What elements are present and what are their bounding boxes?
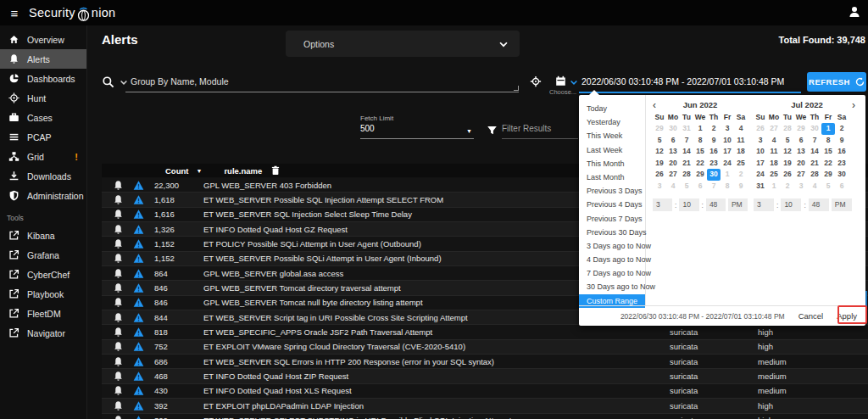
calendar-day[interactable]: 23 (835, 158, 849, 170)
count-cell[interactable]: 1,152 (154, 254, 203, 263)
calendar-day[interactable]: 31 (680, 123, 693, 135)
calendar-day[interactable]: 30 (835, 169, 849, 181)
calendar-day[interactable]: 28 (781, 123, 794, 135)
sidebar-item-alerts[interactable]: Alerts (0, 49, 86, 69)
calendar-day[interactable]: 8 (821, 135, 835, 147)
ack-bell-icon[interactable] (113, 312, 124, 323)
calendar-day[interactable]: 15 (821, 146, 835, 158)
calendar-day[interactable]: 21 (680, 158, 693, 170)
chevron-down-icon[interactable] (119, 77, 129, 87)
calendar-day[interactable]: 3 (653, 181, 666, 193)
options-expander[interactable]: Options (286, 31, 520, 57)
severity-cell[interactable]: high (758, 342, 868, 351)
calendar-day[interactable]: 21 (808, 158, 821, 170)
calendar-day[interactable]: 27 (794, 169, 808, 181)
date-preset-item[interactable]: Previous 4 Days (579, 198, 645, 211)
column-header-rule-name[interactable]: rule.name (224, 166, 262, 176)
cancel-button[interactable]: Cancel (798, 311, 824, 321)
menu-toggle-button[interactable]: ≡ (0, 6, 29, 20)
calendar-day[interactable]: 13 (666, 146, 680, 158)
calendar-day[interactable]: 2 (835, 123, 849, 135)
calendar-day[interactable]: 23 (707, 158, 721, 170)
escalate-triangle-icon[interactable] (133, 371, 144, 382)
filter-icon-wrap[interactable] (487, 125, 498, 136)
crosshair-icon[interactable] (530, 75, 542, 87)
calendar-day[interactable]: 30 (707, 169, 721, 181)
calendar-day[interactable]: 4 (808, 181, 821, 193)
escalate-triangle-icon[interactable] (133, 327, 144, 338)
count-cell[interactable]: 22,300 (154, 181, 203, 190)
calendar-day[interactable]: 20 (666, 158, 680, 170)
module-cell[interactable]: suricata (670, 327, 758, 337)
calendar-day[interactable]: 9 (707, 135, 721, 147)
calendar-day[interactable]: 5 (653, 135, 666, 147)
calendar-day[interactable]: 29 (653, 123, 666, 135)
escalate-triangle-icon[interactable] (133, 312, 144, 323)
module-cell[interactable]: suricata (670, 342, 758, 351)
calendar-day[interactable]: 7 (680, 135, 693, 147)
calendar-day[interactable]: 6 (835, 181, 849, 193)
escalate-triangle-icon[interactable] (133, 268, 144, 279)
ack-bell-icon[interactable] (113, 356, 124, 367)
sidebar-item-cases[interactable]: Cases (0, 108, 86, 127)
ack-bell-icon[interactable] (113, 297, 124, 308)
escalate-triangle-icon[interactable] (133, 224, 144, 235)
calendar-day[interactable]: 4 (666, 181, 680, 193)
date-range-input[interactable]: 2022/06/30 03:10:48 PM - 2022/07/01 03:1… (581, 76, 784, 87)
calendar-day[interactable]: 30 (666, 123, 680, 135)
count-cell[interactable]: 864 (154, 269, 203, 278)
calendar-day[interactable]: 30 (808, 123, 821, 135)
calendar-day[interactable]: 19 (781, 158, 794, 170)
filter-results-input[interactable]: Filter Results (502, 124, 578, 139)
escalate-triangle-icon[interactable] (133, 253, 144, 264)
calendar-day[interactable]: 16 (707, 146, 721, 158)
start-ampm-select[interactable]: PM (728, 198, 748, 211)
table-row[interactable]: 392 ET EXPLOIT phpLDAPadmin LDAP Injecti… (102, 399, 868, 413)
calendar-day[interactable]: 3 (794, 181, 808, 193)
ack-bell-icon[interactable] (113, 224, 124, 235)
ack-bell-icon[interactable] (113, 180, 124, 191)
calendar-day[interactable]: 8 (721, 181, 734, 193)
module-cell[interactable]: suricata (670, 416, 758, 419)
end-ampm-select[interactable]: PM (832, 198, 852, 211)
resize-handle[interactable] (514, 86, 519, 91)
calendar-day[interactable]: 27 (666, 169, 680, 181)
date-preset-item[interactable]: Last Week (579, 143, 645, 157)
calendar-day[interactable]: 1 (767, 181, 781, 193)
calendar-day[interactable]: 14 (680, 146, 693, 158)
calendar-day[interactable]: 26 (781, 169, 794, 181)
date-preset-item[interactable]: 4 Days ago to Now (579, 253, 645, 266)
rule-name-cell[interactable]: ET WEB_SPECIFIC_APPS Oracle JSF2 Path Tr… (203, 327, 670, 337)
calendar-day[interactable]: 12 (781, 146, 794, 158)
count-cell[interactable]: 322 (154, 416, 203, 419)
date-preset-item[interactable]: 3 Days ago to Now (579, 239, 645, 253)
calendar-next-icon[interactable]: › (852, 101, 860, 109)
count-cell[interactable]: 752 (154, 342, 203, 351)
severity-cell[interactable]: medium (758, 357, 868, 366)
calendar-day[interactable]: 22 (693, 158, 707, 170)
calendar-day[interactable]: 2 (734, 169, 748, 181)
end-hour-input[interactable]: 3 (754, 198, 774, 211)
module-cell[interactable]: suricata (670, 372, 758, 381)
count-cell[interactable]: 846 (154, 283, 203, 293)
date-preset-item[interactable]: Previous 30 Days (579, 226, 645, 239)
module-cell[interactable]: suricata (670, 357, 758, 366)
escalate-triangle-icon[interactable] (133, 209, 144, 220)
calendar-day[interactable]: 25 (734, 158, 748, 170)
date-preset-item[interactable]: Previous 7 Days (579, 212, 645, 226)
calendar-day[interactable]: 12 (653, 146, 666, 158)
calendar-day[interactable]: 13 (794, 146, 808, 158)
rule-name-cell[interactable]: ET WEB_SERVER SELECT SUBSTRING in URI Po… (203, 416, 670, 419)
table-row[interactable]: 468 ET INFO Dotted Quad Host ZIP Request… (102, 369, 868, 383)
severity-cell[interactable]: high (758, 327, 868, 337)
user-menu-button[interactable] (848, 5, 861, 19)
search-icon[interactable] (102, 75, 114, 88)
table-row[interactable]: 686 ET WEB_SERVER SQL Errors in HTTP 200… (102, 355, 868, 369)
count-cell[interactable]: 844 (154, 313, 203, 322)
ack-bell-icon[interactable] (113, 415, 124, 419)
calendar-icon[interactable] (555, 75, 566, 87)
sidebar-item-downloads[interactable]: Downloads (0, 166, 86, 186)
date-preset-item[interactable]: Previous 3 Days (579, 184, 645, 198)
calendar-prev-icon[interactable]: ‹ (653, 101, 661, 109)
date-preset-item[interactable]: 7 Days ago to Now (579, 266, 645, 280)
